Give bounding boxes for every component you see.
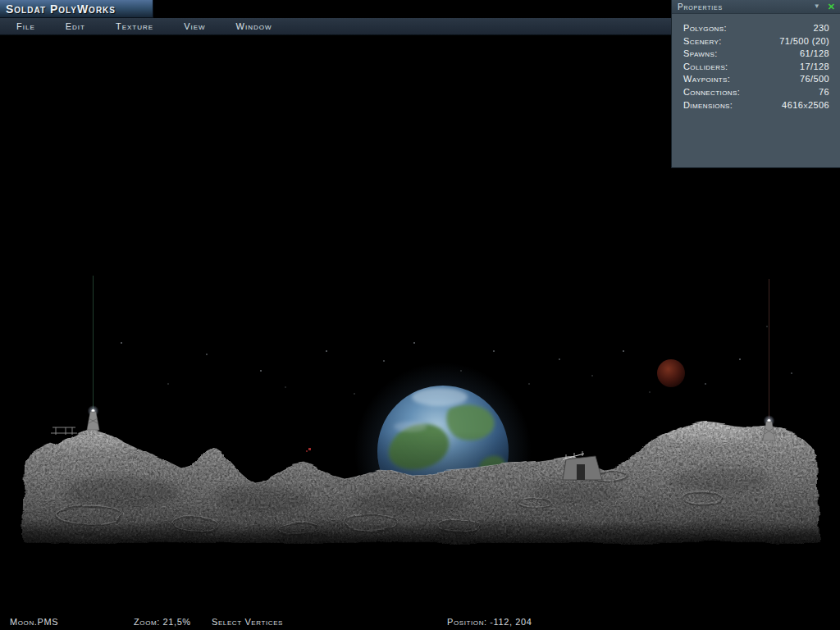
status-filename: Moon.PMS — [10, 617, 58, 627]
property-row-colliders: Colliders: 17/128 — [683, 62, 829, 75]
app-window: Soldat PolyWorks File Edit Texture View … — [0, 0, 840, 630]
property-value: 4616x2506 — [782, 100, 829, 113]
property-row-polygons: Polygons: 230 — [683, 23, 829, 36]
properties-list: Polygons: 230 Scenery: 71/500 (20) Spawn… — [672, 14, 840, 112]
property-row-spawns: Spawns: 61/128 — [683, 48, 829, 62]
property-label: Scenery: — [683, 36, 722, 49]
status-mode: Select Vertices — [212, 617, 283, 627]
status-position: Position: -112, 204 — [447, 617, 532, 627]
property-label: Spawns: — [683, 48, 718, 62]
properties-panel: Properties ▼ ✕ Polygons: 230 Scenery: 71… — [671, 0, 840, 168]
close-icon[interactable]: ✕ — [828, 2, 835, 11]
property-value: 17/128 — [800, 62, 829, 75]
menu-texture[interactable]: Texture — [116, 21, 153, 31]
property-label: Colliders: — [683, 62, 728, 75]
app-title: Soldat PolyWorks — [6, 2, 116, 16]
property-label: Polygons: — [683, 23, 727, 36]
menu-edit[interactable]: Edit — [66, 21, 85, 31]
property-label: Connections: — [683, 87, 740, 100]
properties-panel-title: Properties — [678, 2, 814, 11]
property-label: Dimensions: — [683, 100, 733, 113]
window-titlebar[interactable]: Soldat PolyWorks — [0, 0, 153, 18]
property-row-waypoints: Waypoints: 76/500 — [683, 74, 829, 87]
property-value: 230 — [813, 23, 829, 36]
property-label: Waypoints: — [683, 74, 730, 87]
property-row-connections: Connections: 76 — [683, 87, 829, 100]
property-row-dimensions: Dimensions: 4616x2506 — [683, 100, 829, 113]
collapse-arrow-icon[interactable]: ▼ — [814, 3, 820, 10]
property-row-scenery: Scenery: 71/500 (20) — [683, 36, 829, 49]
red-moon-scenery[interactable] — [657, 359, 685, 387]
menu-view[interactable]: View — [184, 21, 205, 31]
menu-window[interactable]: Window — [236, 21, 272, 31]
properties-panel-header[interactable]: Properties ▼ ✕ — [672, 0, 840, 14]
property-value: 71/500 (20) — [779, 36, 829, 49]
property-value: 76/500 — [800, 74, 829, 87]
property-value: 76 — [819, 87, 829, 100]
status-zoom: Zoom: 21,5% — [134, 617, 191, 627]
property-value: 61/128 — [800, 48, 829, 62]
status-bar: Moon.PMS Zoom: 21,5% Select Vertices Pos… — [0, 615, 840, 630]
menu-file[interactable]: File — [16, 21, 35, 31]
